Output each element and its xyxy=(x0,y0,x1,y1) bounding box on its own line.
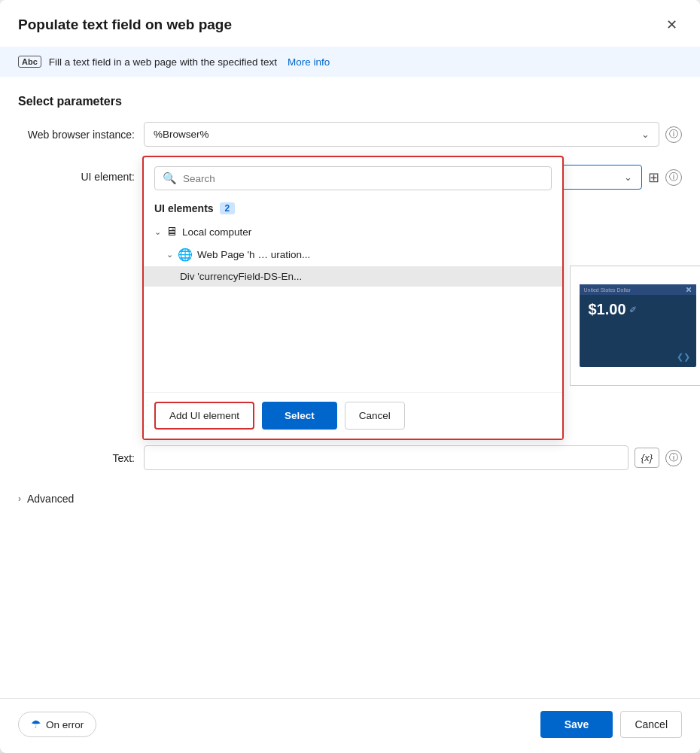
preview-control-icon: ❮❯ xyxy=(677,352,690,361)
dialog-footer: ☂ On error Save Cancel xyxy=(0,698,700,753)
footer-right: Save Cancel xyxy=(540,711,682,738)
tree-item-label: Div 'currencyField-DS-En... xyxy=(180,271,302,282)
preview-dollar-text: $1.00 xyxy=(589,301,626,318)
chevron-down-icon: ⌄ xyxy=(624,172,632,183)
cancel-popup-button[interactable]: Cancel xyxy=(345,402,405,430)
tree-list: ⌄ 🖥 Local computer ⌄ 🌐 Web Page 'h … ura… xyxy=(144,220,562,287)
browser-info-icon[interactable]: ⓘ xyxy=(665,126,682,143)
tree-item-div[interactable]: Div 'currencyField-DS-En... xyxy=(144,266,562,287)
text-label: Text: xyxy=(18,452,135,464)
dialog-header: Populate text field on web page ✕ xyxy=(0,0,700,47)
chevron-expand-icon: ⌄ xyxy=(154,227,161,237)
browser-dropdown[interactable]: %Browser% ⌄ xyxy=(144,122,659,147)
dialog-body: Select parameters Web browser instance: … xyxy=(0,77,700,698)
browser-control-area: %Browser% ⌄ ⓘ xyxy=(144,122,682,147)
add-ui-element-button[interactable]: Add UI element xyxy=(154,402,254,430)
ui-element-row: UI element: Local computer > Web Page 'h… xyxy=(18,162,682,190)
search-input[interactable] xyxy=(183,173,543,184)
preview-inner: United States Dollar 🗙 $1.00 ✐ ❮❯ xyxy=(571,266,700,385)
shield-icon: ☂ xyxy=(31,718,41,731)
tree-item-local-computer[interactable]: ⌄ 🖥 Local computer xyxy=(144,220,562,243)
save-button[interactable]: Save xyxy=(540,711,613,738)
browser-row: Web browser instance: %Browser% ⌄ ⓘ xyxy=(18,122,682,147)
footer-left: ☂ On error xyxy=(18,712,96,737)
popup-footer: Add UI element Select Cancel xyxy=(144,392,562,439)
chevron-expand-icon: ⌄ xyxy=(166,250,173,260)
more-info-link[interactable]: More info xyxy=(288,56,330,68)
search-wrapper: 🔍 xyxy=(144,166,562,198)
preview-url-text: United States Dollar xyxy=(584,287,631,293)
stack-icon[interactable]: ⊞ xyxy=(648,169,659,186)
close-button[interactable]: ✕ xyxy=(662,14,682,36)
tree-item-label: Local computer xyxy=(182,226,251,238)
dialog-title: Populate text field on web page xyxy=(18,17,232,33)
ui-element-popup: 🔍 UI elements 2 ⌄ 🖥 Local computer xyxy=(142,156,564,440)
ui-element-info-icon[interactable]: ⓘ xyxy=(665,169,682,186)
advanced-row[interactable]: › Advanced xyxy=(18,485,682,505)
preview-thumbnail: United States Dollar 🗙 $1.00 ✐ ❮❯ xyxy=(570,266,700,386)
ui-elements-header: UI elements 2 xyxy=(144,198,562,220)
browser-label: Web browser instance: xyxy=(18,129,135,141)
browser-value: %Browser% xyxy=(154,129,209,140)
ui-elements-count-badge: 2 xyxy=(220,202,236,214)
text-info-icon[interactable]: ⓘ xyxy=(665,450,682,466)
on-error-button[interactable]: ☂ On error xyxy=(18,712,96,737)
tree-item-webpage[interactable]: ⌄ 🌐 Web Page 'h … uration... xyxy=(144,243,562,266)
dialog-container: Populate text field on web page ✕ Abc Fi… xyxy=(0,0,700,753)
ui-elements-label: UI elements xyxy=(154,202,214,214)
cancel-main-button[interactable]: Cancel xyxy=(620,711,682,738)
abc-icon: Abc xyxy=(18,56,41,68)
info-text: Fill a text field in a web page with the… xyxy=(49,56,277,68)
preview-edit-icon: ✐ xyxy=(629,305,637,315)
search-icon: 🔍 xyxy=(163,172,177,185)
advanced-label: Advanced xyxy=(27,493,74,505)
info-banner: Abc Fill a text field in a web page with… xyxy=(0,47,700,77)
globe-icon: 🌐 xyxy=(178,247,193,262)
section-title: Select parameters xyxy=(18,95,682,108)
chevron-right-icon: › xyxy=(18,493,21,504)
text-control-area: {x} ⓘ xyxy=(144,445,682,470)
text-row: Text: {x} ⓘ xyxy=(18,445,682,470)
text-input[interactable] xyxy=(144,445,628,470)
chevron-down-icon: ⌄ xyxy=(641,129,650,140)
popup-spacer xyxy=(144,287,562,392)
select-button[interactable]: Select xyxy=(262,402,337,430)
close-icon: ✕ xyxy=(666,17,677,33)
ui-element-label: UI element: xyxy=(18,165,135,183)
preview-top-bar: United States Dollar 🗙 xyxy=(580,284,696,295)
search-box: 🔍 xyxy=(154,166,552,190)
computer-icon: 🖥 xyxy=(166,225,178,238)
tree-item-label: Web Page 'h … uration... xyxy=(197,249,310,260)
variables-button[interactable]: {x} xyxy=(635,448,659,468)
on-error-label: On error xyxy=(46,719,84,730)
